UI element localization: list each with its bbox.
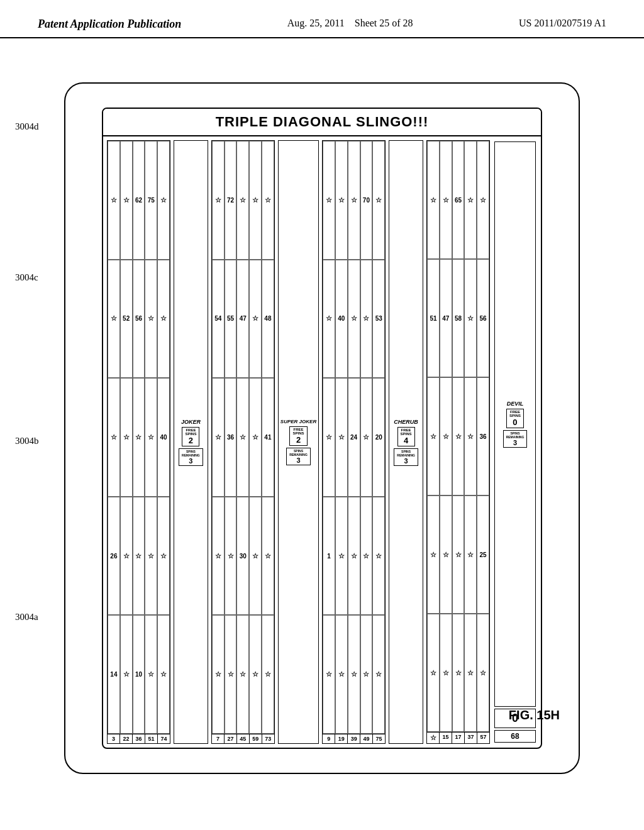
label-3004b: 3004b bbox=[15, 436, 39, 446]
super-joker-spins-remaining: SPINS REMAINING 3 bbox=[286, 448, 311, 465]
bonus-panel-devil: DEVIL FREE SPINS 0 SPINS REMAINING 3 bbox=[494, 141, 536, 707]
joker-label: JOKER bbox=[181, 419, 201, 425]
card3-score-row: 9 19 39 49 75 bbox=[323, 734, 385, 743]
cell: 36 bbox=[477, 377, 489, 495]
card3-row2: ☆ 40 ☆ ☆ 53 bbox=[323, 260, 385, 379]
card2-score-row: 7 27 45 59 73 bbox=[212, 734, 274, 743]
cell: ☆ bbox=[108, 378, 120, 497]
cell: ☆ bbox=[145, 378, 157, 497]
title-bar: TRIPLE DIAGONAL SLINGO!!! bbox=[103, 109, 541, 136]
card1-row5: 14 ☆ 10 ☆ ☆ bbox=[108, 615, 170, 734]
cell: ☆ bbox=[335, 141, 348, 260]
cell: ☆ bbox=[212, 615, 225, 734]
cell: ☆ bbox=[427, 495, 440, 614]
cell: 58 bbox=[452, 259, 465, 377]
cell: ☆ bbox=[323, 378, 335, 497]
devil-spins-remaining: SPINS REMAINING 3 bbox=[503, 430, 528, 448]
devil-free-spins: FREE SPINS 0 bbox=[506, 409, 524, 428]
cell: ☆ bbox=[249, 378, 262, 497]
cell: ☆ bbox=[120, 615, 133, 734]
cell: ☆ bbox=[145, 260, 157, 379]
cell: ☆ bbox=[225, 497, 237, 616]
cell: ☆ bbox=[323, 260, 335, 379]
cell: ☆ bbox=[348, 497, 360, 616]
card2-row2: 54 55 47 ☆ 48 bbox=[212, 260, 274, 379]
cell: ☆ bbox=[360, 260, 373, 379]
cell: ☆ bbox=[120, 141, 133, 260]
cell: 70 bbox=[360, 141, 373, 260]
card2-row5: ☆ ☆ ☆ ☆ ☆ bbox=[212, 615, 274, 734]
game-area: ☆ ☆ 62 75 ☆ ☆ 52 56 ☆ ☆ ☆ bbox=[103, 136, 541, 748]
figure-label: FIG. 15H bbox=[509, 708, 560, 722]
card3-row1: ☆ ☆ ☆ 70 ☆ bbox=[323, 141, 385, 260]
page-header: Patent Application Publication Aug. 25, … bbox=[0, 0, 644, 38]
cell: ☆ bbox=[440, 495, 452, 614]
card2-row4: ☆ ☆ 30 ☆ ☆ bbox=[212, 497, 274, 616]
label-3004d: 3004d bbox=[15, 121, 39, 132]
card4-row3: ☆ ☆ ☆ ☆ 36 bbox=[427, 377, 489, 495]
card1-row3: ☆ ☆ ☆ ☆ 40 bbox=[108, 378, 170, 497]
cell: 26 bbox=[108, 497, 120, 616]
cell: 20 bbox=[372, 378, 385, 497]
bingo-card-1: ☆ ☆ 62 75 ☆ ☆ 52 56 ☆ ☆ ☆ bbox=[107, 140, 170, 744]
card4-row1: ☆ ☆ 65 ☆ ☆ bbox=[427, 141, 489, 259]
cell: ☆ bbox=[108, 141, 120, 260]
cell: 48 bbox=[262, 260, 274, 379]
cell: ☆ bbox=[372, 615, 385, 734]
cell: ☆ bbox=[360, 497, 373, 616]
cell: ☆ bbox=[452, 377, 465, 495]
bonus-panel-super-joker: SUPER JOKER FREE SPINS 2 SPINS REMAINING… bbox=[278, 140, 319, 744]
cell: ☆ bbox=[120, 497, 133, 616]
cell: ☆ bbox=[372, 141, 385, 260]
card2-row3: ☆ 36 ☆ ☆ 41 bbox=[212, 378, 274, 497]
cell: ☆ bbox=[133, 378, 145, 497]
main-content: 3004d 3004c 3004b 3004a TRIPLE DIAGONAL … bbox=[0, 38, 644, 818]
card4-extra-score: 68 bbox=[494, 730, 536, 743]
date: Aug. 25, 2011 bbox=[287, 18, 345, 28]
cherub-label: CHERUB bbox=[394, 419, 418, 425]
cell: ☆ bbox=[440, 141, 452, 259]
cell: ☆ bbox=[157, 141, 170, 260]
cell: ☆ bbox=[212, 141, 225, 260]
devil-panel-container: DEVIL FREE SPINS 0 SPINS REMAINING 3 bbox=[493, 140, 537, 744]
cell: ☆ bbox=[145, 615, 157, 734]
cell: ☆ bbox=[464, 141, 477, 259]
cell: ☆ bbox=[335, 497, 348, 616]
cell: 53 bbox=[372, 260, 385, 379]
cell: 54 bbox=[212, 260, 225, 379]
joker-free-spins: FREE SPINS 2 bbox=[182, 427, 199, 446]
cell: ☆ bbox=[452, 495, 465, 614]
cell: ☆ bbox=[464, 614, 477, 732]
cell: 30 bbox=[236, 497, 249, 616]
cell: ☆ bbox=[335, 615, 348, 734]
cell: ☆ bbox=[427, 377, 440, 495]
cell: ☆ bbox=[348, 141, 360, 260]
cell: ☆ bbox=[440, 377, 452, 495]
cell: ☆ bbox=[427, 141, 440, 259]
cell: ☆ bbox=[360, 378, 373, 497]
bonus-panel-cherub: CHERUB FREE SPINS 4 SPINS REMAINING 3 bbox=[389, 140, 423, 744]
cell: ☆ bbox=[157, 615, 170, 734]
cell: ☆ bbox=[249, 497, 262, 616]
card1-score-row: 3 22 36 51 74 bbox=[108, 734, 170, 743]
cherub-spins-remaining: SPINS REMAINING 3 bbox=[394, 448, 418, 466]
publication-label: Patent Application Publication bbox=[38, 18, 181, 31]
bingo-card-3: ☆ ☆ ☆ 70 ☆ ☆ 40 ☆ ☆ 53 ☆ bbox=[322, 140, 386, 744]
card4-score-row: ☆ 15 17 37 57 bbox=[427, 732, 489, 743]
bonus-panel-joker: JOKER FREE SPINS 2 SPINS REMAINING 3 bbox=[174, 140, 208, 744]
cell: 55 bbox=[225, 260, 237, 379]
cell: 65 bbox=[452, 141, 465, 259]
cell: ☆ bbox=[249, 260, 262, 379]
card1-row4: 26 ☆ ☆ ☆ ☆ bbox=[108, 497, 170, 616]
cell: ☆ bbox=[108, 260, 120, 379]
card3-row4: 1 ☆ ☆ ☆ ☆ bbox=[323, 497, 385, 616]
cell: 75 bbox=[145, 141, 157, 260]
cell: ☆ bbox=[236, 141, 249, 260]
cell: ☆ bbox=[464, 495, 477, 614]
date-sheet-info: Aug. 25, 2011 Sheet 25 of 28 bbox=[287, 18, 413, 29]
cell: ☆ bbox=[249, 141, 262, 260]
cell: ☆ bbox=[120, 378, 133, 497]
cell: 40 bbox=[157, 378, 170, 497]
cell: ☆ bbox=[323, 615, 335, 734]
cell: ☆ bbox=[262, 497, 274, 616]
